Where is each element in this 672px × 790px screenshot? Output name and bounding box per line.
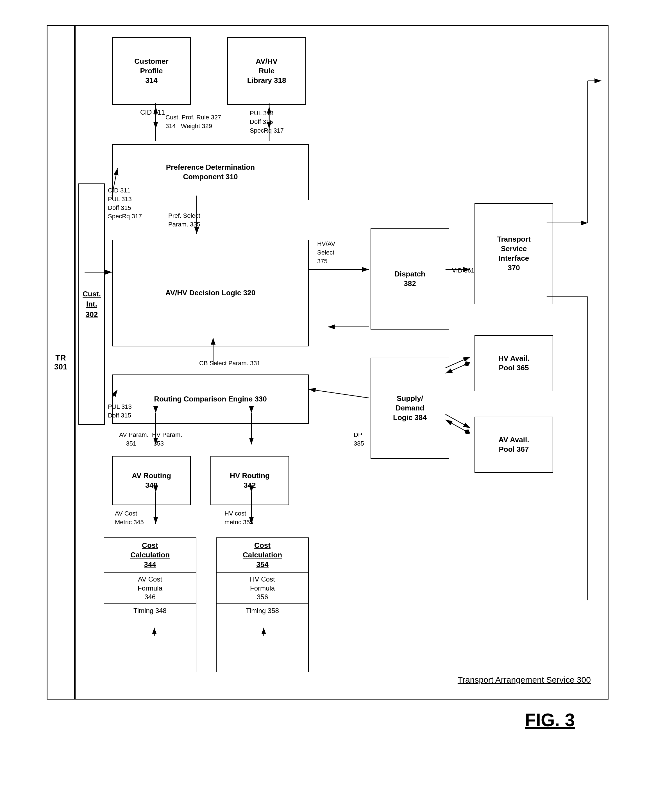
dispatch-box: Dispatch382 (371, 229, 449, 329)
cost-calc-344-box: CostCalculation344 AV CostFormula346 Tim… (104, 537, 196, 672)
cust-int-label: Cust. Int. 302 (83, 289, 101, 320)
diagram-container: TR 301 Transport Arrangement Service 300… (41, 17, 631, 747)
cid-pul-doff-specrq-left-label: CID 311PUL 313Doff 315SpecRq 317 (108, 186, 142, 221)
pref-select-param-label: Pref. SelectParam. 335 (168, 211, 200, 229)
cost-calc-344-title: CostCalculation344 (104, 538, 196, 572)
routing-comparison-engine-title: Routing Comparison Engine 330 (152, 392, 269, 406)
cid-311-label: CID 311 (140, 107, 165, 117)
cost-calc-354-timing: Timing 358 (217, 604, 308, 617)
hv-routing-title: HV Routing342 (227, 469, 272, 493)
supply-demand-logic-box: Supply/DemandLogic 384 (371, 358, 449, 459)
cost-calc-344-formula: AV CostFormula346 (104, 573, 196, 603)
hv-avail-pool-title: HV Avail.Pool 365 (496, 352, 532, 375)
cost-calc-344-timing: Timing 348 (104, 604, 196, 617)
vid-361-label: VID 361 (452, 266, 475, 275)
av-param-label: AV Param. HV Param. 351 353 (119, 431, 182, 448)
routing-comparison-engine-box: Routing Comparison Engine 330 (112, 374, 309, 424)
cust-int-box: Cust. Int. 302 (78, 184, 105, 425)
fig-3-label: FIG. 3 (525, 710, 575, 731)
tr-box: TR 301 (46, 25, 75, 700)
hv-avail-pool-box: HV Avail.Pool 365 (475, 335, 553, 391)
transport-arrangement-label: Transport Arrangement Service 300 (458, 675, 591, 684)
preference-determination-title: Preference DeterminationComponent 310 (164, 160, 257, 184)
cost-calc-354-box: CostCalculation354 HV CostFormula356 Tim… (216, 537, 309, 672)
customer-profile-title: CustomerProfile314 (132, 54, 171, 87)
supply-demand-logic-title: Supply/DemandLogic 384 (391, 392, 429, 424)
tr-label: TR 301 (54, 353, 67, 371)
customer-profile-box: CustomerProfile314 (112, 37, 191, 105)
av-cost-metric-label: AV CostMetric 345 (115, 509, 144, 527)
hv-cost-metric-label: HV costmetric 355 (224, 509, 253, 527)
av-hv-decision-logic-box: AV/HV Decision Logic 320 (112, 240, 309, 346)
av-avail-pool-box: AV Avail.Pool 367 (475, 417, 553, 473)
dispatch-title: Dispatch382 (392, 267, 427, 291)
page: TR 301 Transport Arrangement Service 300… (0, 0, 672, 790)
hv-av-select-label: HV/AVSelect375 (317, 240, 335, 265)
cost-calc-354-title: CostCalculation354 (217, 538, 308, 572)
av-hv-rule-library-box: AV/HVRuleLibrary 318 (227, 37, 306, 105)
dp-385-label: DP385 (354, 431, 364, 448)
outer-box: Transport Arrangement Service 300 Cust. … (75, 25, 608, 700)
pul-doff-specrq-right-label: PUL 313Doff 315SpecRq 317 (250, 109, 284, 135)
av-routing-box: AV Routing340 (112, 456, 191, 505)
transport-service-interface-box: TransportServiceInterface370 (475, 203, 553, 304)
pul-doff-lower-label: PUL 313Doff 315 (108, 403, 132, 420)
transport-service-interface-title: TransportServiceInterface370 (495, 232, 533, 275)
av-hv-rule-library-title: AV/HVRuleLibrary 318 (245, 54, 288, 87)
av-routing-title: AV Routing340 (130, 469, 173, 493)
svg-line-26 (309, 389, 369, 398)
hv-routing-box: HV Routing342 (210, 456, 289, 505)
cust-prof-rule-label: Cust. Prof. Rule 327314 Weight 329 (165, 113, 221, 131)
cost-calc-354-formula: HV CostFormula356 (217, 573, 308, 603)
av-hv-decision-logic-title: AV/HV Decision Logic 320 (163, 286, 258, 300)
cb-select-param-label: CB Select Param. 331 (199, 359, 261, 368)
av-avail-pool-title: AV Avail.Pool 367 (496, 433, 531, 457)
